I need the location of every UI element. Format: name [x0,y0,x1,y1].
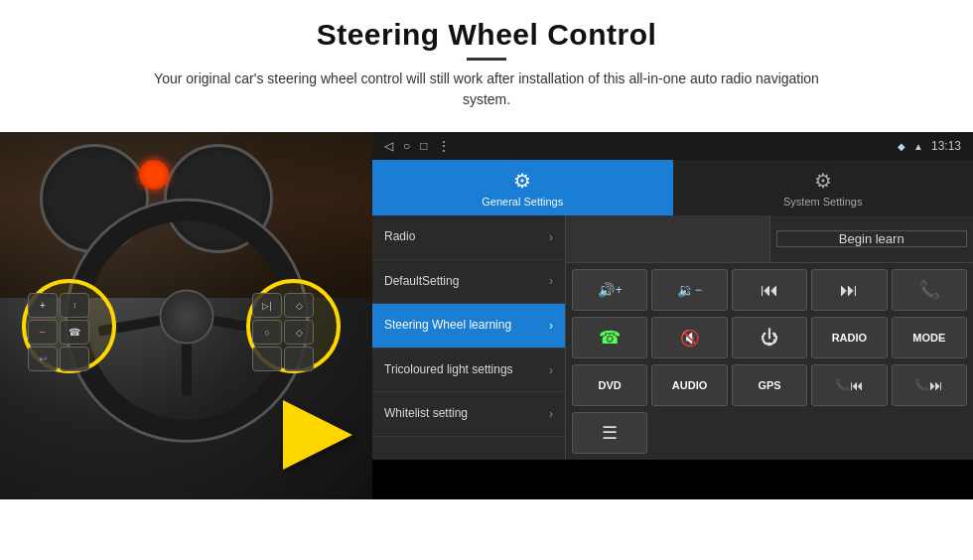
android-statusbar: ◁ ○ □ ⋮ ◆ ▲ 13:13 [372,132,973,160]
chevron-right-icon: › [549,407,553,421]
page-subtitle: Your original car's steering wheel contr… [139,69,834,110]
tab-system-settings[interactable]: ⚙ System Settings [673,160,974,215]
tab-system-label: System Settings [783,196,862,208]
control-panel: Begin learn 🔊+ 🔉− [566,215,973,460]
settings-item-tricoloured[interactable]: Tricoloured light settings › [372,349,565,393]
begin-learn-button[interactable]: Begin learn [776,230,968,247]
android-device: ◁ ○ □ ⋮ ◆ ▲ 13:13 ⚙ General Settings [372,132,973,499]
nav-back-icon[interactable]: ◁ [384,139,393,153]
tab-general-settings[interactable]: ⚙ General Settings [372,160,673,215]
controls-row-3: DVD AUDIO GPS 📞⏮ 📞⏭ [566,364,973,412]
general-settings-icon: ⚙ [513,169,531,193]
mode-button[interactable]: MODE [892,317,967,358]
settings-radio-label: Radio [384,229,415,245]
settings-item-radio[interactable]: Radio › [372,215,565,260]
audio-button-label: AUDIO [672,379,707,391]
mode-button-label: MODE [912,332,945,344]
call-answer-button[interactable]: ☎ [572,317,647,358]
direction-arrow [283,400,352,470]
settings-default-label: DefaultSetting [384,274,459,290]
next-track-button[interactable]: ⏭ [811,269,887,311]
gps-button[interactable]: GPS [732,364,807,406]
settings-item-whitelist[interactable]: Whitelist setting › [372,392,565,437]
title-divider [467,58,506,61]
chevron-right-icon: › [549,230,553,244]
top-control-row: Begin learn [566,215,973,263]
page-title: Steering Wheel Control [139,18,834,52]
dvd-button[interactable]: DVD [572,364,647,406]
tab-bar: ⚙ General Settings ⚙ System Settings [372,160,973,215]
list-button[interactable]: ☰ [572,412,647,454]
gps-status-icon: ◆ [898,141,905,152]
nav-menu-icon[interactable]: ⋮ [438,139,450,153]
skip-phone-button[interactable]: 📞⏭ [892,364,967,406]
chevron-right-icon: › [549,319,553,333]
phone-prev-button[interactable]: 📞⏮ [811,364,887,406]
status-time: 13:13 [931,139,961,153]
chevron-right-icon: › [549,274,553,288]
prev-track-button[interactable]: ⏮ [732,269,807,311]
radio-button-label: RADIO [832,332,867,344]
chevron-right-icon: › [549,363,553,377]
right-wheel-buttons: ▷| ◇ ○ ◇ [252,293,314,371]
controls-row-4: ☰ [566,412,973,460]
gps-button-label: GPS [758,379,780,391]
audio-button[interactable]: AUDIO [651,364,727,406]
vol-up-button[interactable]: 🔊+ [572,269,647,311]
settings-whitelist-label: Whitelist setting [384,406,468,422]
settings-list: Radio › DefaultSetting › Steering Wheel … [372,215,566,460]
blank-input-area [566,215,770,262]
settings-tricoloured-label: Tricoloured light settings [384,362,513,378]
system-settings-icon: ⚙ [814,169,832,193]
dvd-button-label: DVD [599,379,622,391]
wifi-status-icon: ▲ [913,141,923,152]
controls-row-1: 🔊+ 🔉− ⏮ ⏭ [566,263,973,317]
settings-item-steering[interactable]: Steering Wheel learning › [372,304,565,349]
left-wheel-buttons: + ↕ − ☎ ↩ [28,293,89,371]
settings-steering-label: Steering Wheel learning [384,318,511,334]
settings-item-default[interactable]: DefaultSetting › [372,260,565,305]
controls-row-2: ☎ 🔇 ⏻ RADIO MODE [566,317,973,364]
power-button[interactable]: ⏻ [732,317,807,358]
tab-general-label: General Settings [482,196,563,208]
title-section: Steering Wheel Control Your original car… [139,18,834,110]
content-area: + ↕ − ☎ ↩ ▷| ◇ ○ ◇ [0,132,973,499]
vol-down-button[interactable]: 🔉− [651,269,727,311]
nav-recent-icon[interactable]: □ [420,139,427,153]
phone-button-1[interactable]: 📞 [892,269,967,311]
mute-button[interactable]: 🔇 [651,317,727,358]
steering-wheel-image: + ↕ − ☎ ↩ ▷| ◇ ○ ◇ [0,132,372,499]
settings-area: Radio › DefaultSetting › Steering Wheel … [372,215,973,460]
nav-home-icon[interactable]: ○ [403,139,410,153]
radio-button[interactable]: RADIO [811,317,887,358]
